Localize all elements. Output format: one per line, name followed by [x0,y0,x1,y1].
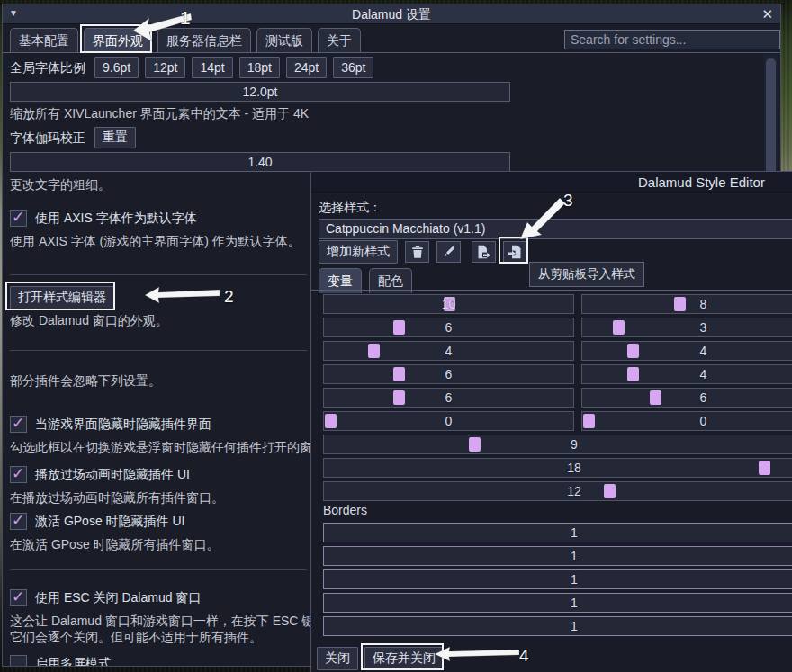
style-slider[interactable]: 12 [323,481,792,501]
slider-value: 1 [324,570,792,588]
style-slider[interactable]: 4 [581,364,792,384]
settings-window-title: Dalamud 设置 [3,7,780,23]
close-button[interactable]: 关闭 [317,647,358,670]
style-slider[interactable]: 0 [323,411,574,431]
slider-row: 108 [323,294,792,318]
checkbox-esc-close: ✓ 使用 ESC 关闭 Dalamud 窗口 [10,589,201,606]
slider-row: 63 [323,318,792,341]
style-slider[interactable]: 4 [581,341,792,361]
slider-row: 64 [323,364,792,388]
style-slider[interactable]: 3 [581,318,792,337]
gamma-reset-button[interactable]: 重置 [94,127,136,148]
checkbox-label: 激活 GPose 时隐藏插件 UI [35,514,184,530]
checkbox-label: 使用 AXIS 字体作为默认字体 [35,211,197,227]
delete-style-button[interactable] [405,241,429,263]
checkbox-label: 当游戏界面隐藏时隐藏插件界面 [35,417,212,433]
style-slider[interactable]: 6 [581,388,792,408]
settings-tab-2[interactable]: 服务器信息栏 [158,28,251,53]
slider-value: 1 [324,594,792,612]
font-scale-slider[interactable]: 12.0pt [10,82,510,102]
style-slider[interactable]: 10 [323,294,574,314]
checkbox[interactable]: ✓ [10,655,27,667]
style-slider[interactable]: 1 [323,569,792,589]
search-input[interactable] [564,30,780,49]
select-style-label: 选择样式： [319,200,382,216]
style-slider[interactable]: 0 [581,411,792,431]
gamma-slider-value: 1.40 [248,155,272,169]
font-scale-preset-4[interactable]: 24pt [286,57,327,78]
font-scale-row: 全局字体比例 9.6pt12pt14pt18pt24pt36pt [10,57,374,78]
slider-value: 0 [582,412,792,430]
font-scale-slider-value: 12.0pt [243,85,278,99]
style-slider[interactable]: 4 [323,341,574,361]
font-scale-preset-0[interactable]: 9.6pt [94,57,139,78]
borders-section-label: Borders [323,503,367,517]
style-slider[interactable]: 1 [323,593,792,613]
axis-font-desc: 使用 AXIS 字体 (游戏的主界面字体) 作为默认字体。 [10,234,301,250]
style-slider[interactable]: 6 [323,388,574,408]
slider-value: 3 [582,318,792,336]
checkbox[interactable]: ✓ [10,416,27,433]
slider-value: 6 [324,318,573,336]
checkbox[interactable]: ✓ [10,466,27,483]
checkbox-desc: 它们会逐个关闭。但可能不适用于所有插件。 [10,630,262,646]
checkbox[interactable]: ✓ [10,513,27,530]
style-select-combo[interactable]: Catppuccin Macchiato (v1.1) [319,219,792,239]
gamma-desc: 更改文字的粗细。 [10,177,111,193]
checkbox-axis-font: ✓ 使用 AXIS 字体作为默认字体 [10,210,197,227]
slider-value: 18 [324,459,792,477]
checkbox-label: 播放过场动画时隐藏插件 UI [35,467,190,483]
settings-tab-3[interactable]: 测试版 [256,28,312,53]
style-slider[interactable]: 8 [581,294,792,314]
settings-tab-4[interactable]: 关于 [318,28,361,53]
font-scale-preset-2[interactable]: 14pt [192,57,232,78]
tab-divider [311,290,792,291]
tab-divider [3,52,780,53]
checkbox-desc: 这会让 Dalamud 窗口和游戏窗口一样，在按下 ESC 键时关闭 [10,614,310,630]
settings-tab-0[interactable]: 基本配置 [10,28,78,53]
slider-value: 8 [582,295,792,313]
checkbox-multi-monitor: ✓ 启用多屏模式 [10,655,111,667]
settings-titlebar[interactable]: ▼ Dalamud 设置 ✕ [3,4,780,24]
style-editor-window: Dalamud Style Editor 选择样式： Catppuccin Ma… [310,171,792,672]
style-slider[interactable]: 6 [323,318,574,337]
checkbox-label: 启用多屏模式 [35,656,111,668]
save-and-close-button[interactable]: 保存并关闭 [364,647,444,670]
rename-style-button[interactable] [436,241,461,263]
slider-row: 44 [323,341,792,364]
checkbox[interactable]: ✓ [10,589,27,606]
font-scale-preset-5[interactable]: 36pt [333,57,374,78]
style-editor-titlebar[interactable]: Dalamud Style Editor [311,172,792,193]
checkbox-hide-in-cutscene: ✓ 播放过场动画时隐藏插件 UI [10,466,190,483]
border-slider-row: 1 [323,523,792,546]
separator [10,274,307,275]
settings-tab-1[interactable]: 界面外观 [84,28,152,53]
style-slider[interactable]: 6 [323,364,574,384]
checkbox[interactable]: ✓ [10,210,27,227]
style-slider[interactable]: 1 [323,546,792,566]
gamma-slider[interactable]: 1.40 [10,152,510,172]
export-style-button[interactable] [472,241,496,263]
font-scale-label: 全局字体比例 [10,57,86,78]
slider-value: 6 [582,389,792,407]
close-icon[interactable]: ✕ [761,6,773,22]
style-slider[interactable]: 9 [323,435,792,454]
border-slider-row: 1 [323,593,792,616]
borders-sliders: 11111 [323,523,792,640]
border-slider-row: 1 [323,569,792,593]
style-slider[interactable]: 1 [323,616,792,636]
slider-value: 4 [324,342,573,360]
import-style-button[interactable] [503,241,527,263]
slider-row: 12 [323,481,792,505]
slider-row: 00 [323,411,792,435]
style-slider[interactable]: 18 [323,458,792,478]
font-scale-preset-3[interactable]: 18pt [239,57,280,78]
style-editor-footer: 关闭 保存并关闭 [317,647,444,670]
add-style-button[interactable]: 增加新样式 [319,240,398,264]
slider-value: 1 [324,524,792,542]
open-style-editor-button[interactable]: 打开样式编辑器 [10,286,114,309]
font-scale-preset-1[interactable]: 12pt [145,57,185,78]
slider-value: 12 [324,482,792,500]
style-slider[interactable]: 1 [323,523,792,542]
trash-icon [410,245,425,259]
